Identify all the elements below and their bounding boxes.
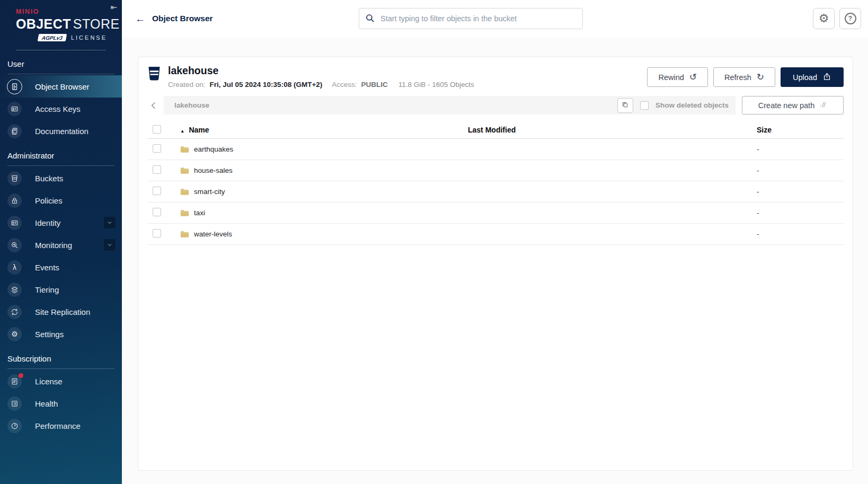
chevron-down-icon[interactable]	[104, 239, 116, 251]
sidebar: ⇤ MINIO OBJECTSTORE AGPLv3 LICENSE User …	[0, 0, 122, 484]
sidebar-section: Administrator Buckets Policies Identity …	[0, 151, 122, 345]
sidebar-item-label: Identity	[35, 218, 60, 227]
sidebar-item-tiering[interactable]: Tiering	[0, 278, 122, 301]
folder-icon	[180, 231, 189, 238]
row-checkbox[interactable]	[153, 165, 161, 174]
policies-icon	[7, 193, 22, 208]
object-name[interactable]: earthquakes	[194, 145, 233, 153]
sidebar-item-label: Access Keys	[35, 104, 81, 113]
sidebar-item-label: Buckets	[35, 174, 63, 183]
back-arrow-icon[interactable]: ←	[135, 14, 145, 24]
table-header-row: ▲Name Last Modified Size	[147, 121, 844, 139]
sidebar-item-object-browser[interactable]: Object Browser	[0, 75, 122, 98]
sidebar-item-label: Tiering	[35, 285, 59, 294]
identity-icon	[7, 216, 22, 230]
sidebar-item-health[interactable]: Health	[0, 392, 122, 415]
top-actions: ⚙ ?	[813, 8, 868, 29]
show-deleted-checkbox[interactable]	[640, 101, 649, 110]
table-row[interactable]: smart-city -	[147, 181, 844, 203]
help-button[interactable]: ?	[839, 8, 861, 29]
column-header-name[interactable]: ▲Name	[180, 126, 468, 134]
sidebar-item-monitoring[interactable]: Monitoring	[0, 234, 122, 256]
object-name[interactable]: taxi	[194, 209, 205, 217]
sidebar-item-label: Performance	[35, 421, 81, 430]
object-size: -	[757, 188, 844, 196]
folder-icon	[180, 167, 189, 174]
object-size: -	[757, 145, 844, 153]
objects-table: ▲Name Last Modified Size earthquakes - h…	[147, 121, 844, 245]
sidebar-item-performance[interactable]: Performance	[0, 415, 122, 437]
create-new-path-button[interactable]: Create new path	[742, 96, 844, 115]
folder-icon	[180, 209, 189, 217]
sidebar-item-buckets[interactable]: Buckets	[0, 167, 122, 189]
object-name[interactable]: smart-city	[194, 188, 225, 196]
object-size: -	[757, 209, 844, 217]
rewind-icon: ↺	[689, 73, 697, 82]
table-row[interactable]: house-sales -	[147, 160, 844, 181]
sidebar-item-site-replication[interactable]: Site Replication	[0, 301, 122, 323]
folder-icon	[180, 188, 189, 196]
row-checkbox[interactable]	[153, 187, 161, 195]
upload-icon	[822, 72, 831, 83]
chevron-down-icon[interactable]	[104, 217, 116, 228]
sidebar-item-label: Monitoring	[35, 241, 72, 250]
sidebar-section-subscription: Subscription	[7, 354, 114, 369]
top-header: ← Object Browser ⚙ ?	[122, 0, 868, 37]
table-row[interactable]: earthquakes -	[147, 139, 844, 160]
health-icon	[7, 397, 22, 411]
object-name[interactable]: house-sales	[194, 166, 233, 174]
settings-button[interactable]: ⚙	[813, 8, 835, 29]
access-value[interactable]: PUBLIC	[361, 81, 388, 89]
sidebar-item-documentation[interactable]: Documentation	[0, 120, 122, 142]
events-icon: λ	[7, 260, 22, 275]
copy-path-button[interactable]	[617, 98, 633, 113]
sidebar-section-administrator: Administrator	[7, 151, 114, 166]
access-keys-icon	[7, 102, 22, 116]
table-row[interactable]: taxi -	[147, 203, 844, 224]
logo-divider	[16, 50, 106, 50]
filter-objects-input[interactable]	[359, 8, 583, 29]
object-browser-icon	[7, 79, 22, 94]
rewind-button[interactable]: Rewind ↺	[647, 67, 708, 87]
settings-icon: ⚙	[7, 327, 22, 341]
create-path-icon	[819, 101, 827, 110]
created-on-label: Created on:	[168, 81, 206, 89]
sidebar-item-access-keys[interactable]: Access Keys	[0, 98, 122, 120]
chevron-left-icon[interactable]	[147, 96, 160, 115]
bucket-identity: lakehouse Created on: Fri, Jul 05 2024 1…	[147, 65, 474, 89]
sidebar-item-label: Documentation	[35, 127, 88, 136]
sidebar-item-events[interactable]: λ Events	[0, 256, 122, 278]
collapse-sidebar-icon[interactable]: ⇤	[110, 3, 117, 12]
license-badge-row: AGPLv3 LICENSE	[16, 34, 107, 41]
sidebar-item-label: Policies	[35, 196, 63, 205]
license-alert-badge	[19, 373, 23, 378]
table-row[interactable]: water-levels -	[147, 224, 844, 245]
folder-icon	[180, 146, 189, 153]
bucket-meta: Created on: Fri, Jul 05 2024 10:35:08 (G…	[168, 81, 474, 89]
sidebar-section-user: User	[7, 59, 114, 74]
sidebar-item-settings[interactable]: ⚙ Settings	[0, 323, 122, 345]
bucket-usage: 11.8 GiB - 1605 Objects	[398, 81, 474, 89]
refresh-icon: ↻	[757, 73, 764, 82]
object-name[interactable]: water-levels	[194, 230, 232, 238]
refresh-button[interactable]: Refresh ↻	[713, 67, 775, 87]
sidebar-item-label: Events	[35, 263, 59, 272]
documentation-icon	[7, 124, 22, 138]
table-body: earthquakes - house-sales - smart-city -	[147, 139, 844, 245]
page-title: Object Browser	[152, 14, 213, 23]
upload-button[interactable]: Upload	[781, 67, 844, 87]
sidebar-item-license[interactable]: License	[0, 370, 122, 392]
row-checkbox[interactable]	[153, 229, 161, 237]
bucket-icon	[147, 66, 161, 89]
sidebar-item-policies[interactable]: Policies	[0, 189, 122, 212]
column-header-last-modified[interactable]: Last Modified	[468, 126, 757, 134]
select-all-checkbox[interactable]	[153, 125, 161, 134]
content-area: lakehouse Created on: Fri, Jul 05 2024 1…	[122, 37, 868, 484]
sidebar-item-label: Object Browser	[35, 82, 90, 91]
row-checkbox[interactable]	[153, 144, 161, 153]
help-icon: ?	[845, 13, 856, 24]
column-header-size[interactable]: Size	[757, 126, 844, 134]
sidebar-item-identity[interactable]: Identity	[0, 212, 122, 234]
search-icon	[365, 13, 375, 25]
row-checkbox[interactable]	[153, 208, 161, 216]
